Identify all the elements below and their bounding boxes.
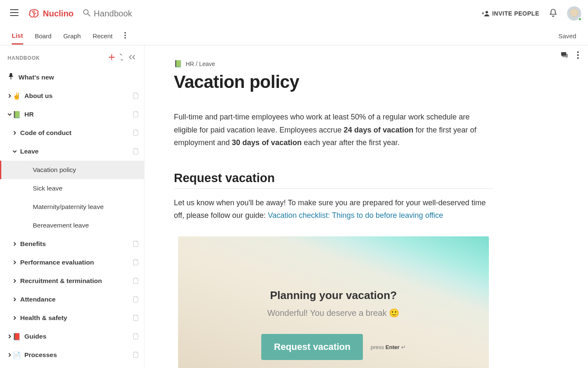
sidebar-item-label: Performance evaluation xyxy=(18,259,133,266)
svg-point-7 xyxy=(577,54,579,56)
svg-point-3 xyxy=(124,32,126,34)
item-emoji: 📗 xyxy=(13,111,21,119)
svg-point-8 xyxy=(577,57,579,59)
tab-list[interactable]: List xyxy=(12,28,23,45)
invite-icon xyxy=(482,11,490,16)
chevron-right-icon xyxy=(12,297,18,302)
comments-button[interactable] xyxy=(560,51,569,61)
chevron-right-icon xyxy=(7,334,13,339)
search-icon xyxy=(83,9,90,18)
svg-point-6 xyxy=(577,51,579,53)
request-vacation-card: Planning your vacation? Wonderful! You d… xyxy=(178,236,489,368)
sidebar-item-label: About us xyxy=(22,92,133,100)
clipboard-icon xyxy=(133,111,138,117)
sidebar-item-health-safety[interactable]: Health & safety xyxy=(0,309,144,327)
user-avatar[interactable] xyxy=(567,6,581,21)
clipboard-icon xyxy=(133,130,138,136)
sidebar-item-maternity-paternity-leave[interactable]: Maternity/paternity leave xyxy=(0,198,144,216)
sidebar-item-processes[interactable]: 📄Processes xyxy=(0,346,144,364)
chevron-right-icon xyxy=(12,260,18,265)
svg-point-4 xyxy=(124,34,126,36)
brand-name: Nuclino xyxy=(43,9,74,19)
item-emoji: 📄 xyxy=(13,351,21,359)
menu-button[interactable] xyxy=(7,7,22,20)
sidebar-item-label: Benefits xyxy=(18,240,133,248)
item-emoji: 📕 xyxy=(13,333,21,341)
expand-icon[interactable] xyxy=(116,52,126,64)
clipboard-icon xyxy=(133,93,138,99)
sidebar: HANDBOOK What's new ✌️About us📗HRCode of… xyxy=(0,45,144,368)
svg-point-5 xyxy=(124,37,126,39)
pinned-item[interactable]: What's new xyxy=(0,68,144,87)
sidebar-item-benefits[interactable]: Benefits xyxy=(0,235,144,253)
chevron-right-icon xyxy=(12,242,18,246)
sidebar-item-label: Guides xyxy=(22,333,133,340)
tab-graph[interactable]: Graph xyxy=(63,28,81,44)
document-content: 📗 HR / Leave Vacation policy Full-time a… xyxy=(144,45,588,368)
notifications-button[interactable] xyxy=(549,8,557,19)
search-box[interactable] xyxy=(83,9,477,19)
breadcrumb-icon: 📗 xyxy=(174,60,182,68)
brain-icon xyxy=(29,9,40,18)
tab-recent[interactable]: Recent xyxy=(92,28,113,44)
chevron-down-icon xyxy=(7,112,13,116)
clipboard-icon xyxy=(133,315,138,321)
breadcrumb-text: HR / Leave xyxy=(186,61,215,67)
bell-icon xyxy=(549,8,557,17)
sidebar-item-vacation-policy[interactable]: Vacation policy xyxy=(0,161,144,179)
sidebar-item-sick-leave[interactable]: Sick leave xyxy=(0,179,144,198)
clipboard-icon xyxy=(133,334,138,339)
pin-icon xyxy=(8,73,13,82)
sidebar-item-about-us[interactable]: ✌️About us xyxy=(0,87,144,105)
tabs-more-button[interactable] xyxy=(124,32,126,40)
invite-people-button[interactable]: INVITE PEOPLE xyxy=(482,10,539,17)
clipboard-icon xyxy=(133,297,138,302)
tab-board[interactable]: Board xyxy=(35,28,52,44)
sidebar-item-label: HR xyxy=(22,111,133,118)
page-title: Vacation policy xyxy=(174,72,554,92)
sidebar-item-label: Recruitment & termination xyxy=(18,277,133,285)
collapse-sidebar-button[interactable] xyxy=(126,53,137,64)
sidebar-title: HANDBOOK xyxy=(8,55,107,61)
sidebar-item-bereavement-leave[interactable]: Bereavement leave xyxy=(0,216,144,235)
document-more-button[interactable] xyxy=(577,51,579,61)
request-vacation-button[interactable]: Request vacation xyxy=(261,334,363,360)
chevron-right-icon xyxy=(7,353,13,357)
brand-logo[interactable]: Nuclino xyxy=(29,9,74,19)
clipboard-icon xyxy=(133,259,138,265)
hero-hint: press Enter ↵ xyxy=(370,344,405,350)
hero-subtitle: Wonderful! You deserve a break 🙂 xyxy=(268,308,400,318)
clipboard-icon xyxy=(133,352,138,358)
sidebar-item-recruitment-termination[interactable]: Recruitment & termination xyxy=(0,272,144,290)
invite-people-label: INVITE PEOPLE xyxy=(492,10,539,17)
sidebar-item-label: Bereavement leave xyxy=(30,222,144,229)
sidebar-item-label: Vacation policy xyxy=(30,166,144,174)
clipboard-icon xyxy=(133,278,138,284)
presence-indicator xyxy=(578,17,582,21)
sidebar-item-performance-evaluation[interactable]: Performance evaluation xyxy=(0,253,144,272)
svg-point-2 xyxy=(486,11,488,13)
sidebar-item-label: Health & safety xyxy=(18,314,133,322)
sidebar-item-attendance[interactable]: Attendance xyxy=(0,290,144,309)
request-paragraph: Let us know when you'll be away! To make… xyxy=(174,196,493,222)
sidebar-item-label: Sick leave xyxy=(30,185,144,192)
vacation-checklist-link[interactable]: Vacation checklist: Things to do before … xyxy=(268,211,443,220)
chevron-right-icon xyxy=(7,94,13,98)
sidebar-item-label: Maternity/paternity leave xyxy=(30,203,144,211)
chevron-down-icon xyxy=(12,149,18,154)
breadcrumb[interactable]: 📗 HR / Leave xyxy=(174,60,554,68)
pinned-label: What's new xyxy=(18,74,54,81)
item-emoji: ✌️ xyxy=(13,92,21,100)
clipboard-icon xyxy=(133,148,138,154)
search-input[interactable] xyxy=(94,9,220,19)
sidebar-item-hr[interactable]: 📗HR xyxy=(0,105,144,124)
sidebar-item-label: Processes xyxy=(22,351,133,359)
hero-question: Planning your vacation? xyxy=(270,289,397,302)
add-item-button[interactable] xyxy=(107,53,116,64)
intro-paragraph: Full-time and part-time employees who wo… xyxy=(174,111,493,149)
sidebar-item-code-of-conduct[interactable]: Code of conduct xyxy=(0,124,144,142)
sidebar-item-guides[interactable]: 📕Guides xyxy=(0,327,144,346)
chevron-right-icon xyxy=(12,279,18,283)
sidebar-item-leave[interactable]: Leave xyxy=(0,142,144,161)
chevron-right-icon xyxy=(12,131,18,135)
